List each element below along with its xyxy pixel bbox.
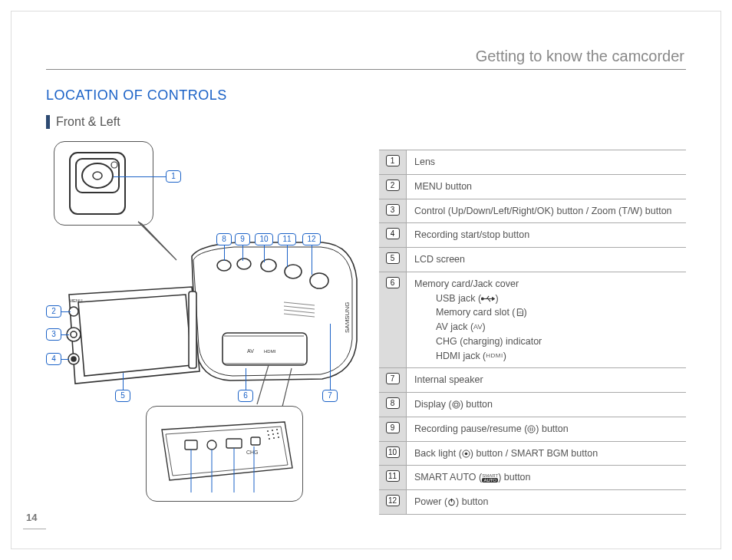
svg-text:XC: XC (518, 311, 523, 315)
legend-desc: MENU button (407, 175, 686, 199)
chapter-title: Getting to know the camcorder (476, 48, 684, 65)
legend-num: 1 (386, 155, 400, 166)
svg-text:SAMSUNG: SAMSUNG (344, 302, 351, 333)
page-number-rule (23, 529, 46, 529)
callout-10: 10 (255, 233, 273, 245)
callout-3: 3 (46, 328, 61, 341)
legend-row: 7 Internal speaker (379, 367, 686, 392)
svg-point-5 (217, 260, 231, 271)
svg-point-26 (207, 440, 216, 450)
svg-point-35 (277, 433, 279, 434)
callout-4: 4 (46, 353, 61, 365)
display-icon (452, 400, 460, 410)
legend-subitem: AV jack (AV) (414, 320, 678, 334)
legend-num: 9 (386, 422, 400, 433)
legend-desc: Control (Up/Down/Left/Right/OK) button /… (407, 199, 686, 223)
controls-legend: 1 Lens 2 MENU button 3 Control (Up/Down/… (379, 150, 686, 515)
subsection-heading: Front & Left (46, 115, 120, 129)
legend-subitem: HDMI jack (HDMI) (414, 349, 678, 364)
legend-row: 8 Display () button (379, 392, 686, 417)
jack-cover-inset: CHG (146, 406, 303, 502)
legend-row: 6 Memory card/Jack cover USB jack () Mem… (379, 272, 686, 368)
smart-auto-icon: SMARTAUTO (482, 473, 498, 483)
lead-line (264, 245, 265, 262)
legend-row: 5 LCD screen (379, 247, 686, 272)
lead-line (123, 373, 124, 390)
legend-row: 12 Power () button (379, 489, 686, 515)
page-number: 14 (26, 512, 37, 523)
legend-row: 11 SMART AUTO (SMARTAUTO) button (379, 465, 686, 489)
svg-point-9 (310, 273, 328, 288)
header-rule (46, 69, 686, 70)
svg-text:CHG: CHG (246, 450, 259, 455)
legend-row: 2 MENU button (379, 174, 686, 199)
svg-rect-47 (454, 404, 458, 407)
svg-point-7 (261, 259, 276, 272)
svg-point-30 (267, 430, 269, 432)
subsection-label: Front & Left (56, 115, 120, 129)
lead-line (246, 368, 246, 390)
legend-row: 10 Back light () button / SMART BGM butt… (379, 441, 686, 466)
legend-desc: Recording pause/resume () button (407, 417, 686, 441)
lead-line (61, 311, 71, 312)
legend-num: 2 (386, 180, 400, 191)
svg-rect-28 (251, 437, 260, 445)
legend-desc: Memory card/Jack cover USB jack () Memor… (407, 272, 686, 368)
legend-desc: SMART AUTO (SMARTAUTO) button (407, 466, 686, 489)
power-icon (447, 498, 456, 507)
callout-11: 11 (278, 233, 296, 245)
legend-desc: Back light () button / SMART BGM button (407, 442, 686, 466)
svg-text:MENU: MENU (69, 298, 83, 303)
callout-7: 7 (322, 390, 338, 402)
svg-point-52 (465, 452, 468, 455)
legend-desc: Internal speaker (407, 368, 686, 392)
svg-rect-25 (185, 440, 197, 450)
lead-line (61, 334, 69, 335)
callout-5: 5 (115, 390, 130, 402)
legend-desc: Power () button (407, 490, 686, 514)
usb-icon (481, 294, 495, 303)
svg-point-34 (272, 433, 274, 435)
lead-line (61, 359, 69, 360)
svg-text:AV: AV (247, 348, 254, 354)
legend-num: 8 (386, 397, 400, 409)
legend-row: 9 Recording pause/resume () button (379, 417, 686, 441)
legend-desc: Display () button (407, 393, 686, 417)
section-title: LOCATION OF CONTROLS (46, 87, 227, 104)
lead-line (330, 324, 331, 390)
legend-subitem: CHG (charging) indicator (414, 334, 678, 349)
legend-desc: Recording start/stop button (407, 223, 686, 247)
svg-point-46 (453, 401, 460, 408)
callout-9: 9 (235, 233, 250, 245)
svg-point-23 (71, 357, 76, 361)
svg-point-33 (268, 434, 269, 436)
svg-point-21 (71, 331, 77, 338)
legend-num: 4 (386, 228, 400, 239)
legend-num: 7 (386, 373, 400, 384)
svg-point-36 (269, 438, 270, 440)
legend-row: 4 Recording start/stop button (379, 222, 686, 247)
callout-8: 8 (216, 233, 232, 245)
callout-6: 6 (238, 390, 253, 402)
svg-point-44 (482, 298, 484, 300)
legend-subitem: Memory card slot (XC) (414, 305, 678, 320)
svg-text:HDMI: HDMI (264, 349, 276, 354)
lead-line (242, 245, 243, 261)
legend-num: 11 (386, 470, 400, 482)
svg-rect-18 (189, 292, 196, 368)
legend-subitem: USB jack () (414, 292, 678, 306)
pause-resume-icon (527, 424, 536, 433)
svg-point-31 (272, 430, 273, 431)
legend-num: 12 (386, 495, 400, 506)
controls-diagram: 1 AV HDMI (46, 141, 361, 502)
svg-point-48 (528, 426, 535, 433)
svg-point-38 (278, 436, 279, 438)
lead-line (312, 245, 312, 275)
callout-2: 2 (46, 305, 61, 318)
subsection-bar (46, 115, 50, 129)
legend-row: 1 Lens (379, 150, 686, 174)
legend-num: 5 (386, 252, 400, 264)
legend-num: 6 (386, 277, 400, 288)
svg-point-37 (273, 437, 275, 439)
sd-card-icon: XC (516, 308, 524, 318)
